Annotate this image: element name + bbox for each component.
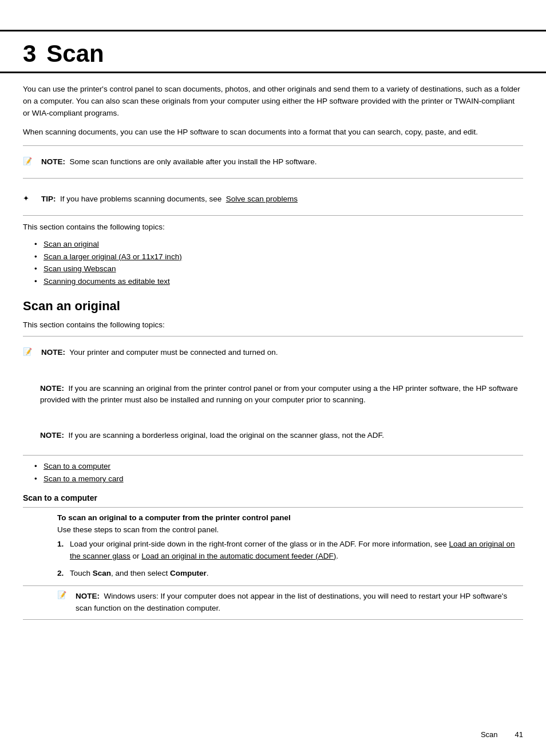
note-connection-box: 📝 NOTE: Your printer and computer must b… (23, 336, 523, 369)
chapter-heading: 3 Scan (0, 31, 546, 72)
top-border (0, 30, 546, 31)
note-icon-windows: 📝 (57, 591, 73, 599)
intro-paragraph-2: When scanning documents, you can use the… (23, 126, 523, 138)
section-topics-intro: This section contains the following topi… (23, 221, 523, 233)
note-software-box: NOTE: If you are scanning an original fr… (23, 373, 523, 417)
chapter-title: Scan (46, 42, 104, 66)
tip-box-1: ✦ TIP: If you have problems scanning doc… (23, 183, 523, 216)
topic-link-3[interactable]: Scan using Webscan (43, 264, 116, 273)
list-item: Scan using Webscan (34, 263, 523, 275)
chapter-divider (0, 72, 546, 73)
subtopic-link-2[interactable]: Scan to a memory card (43, 474, 124, 483)
topic-link-4[interactable]: Scanning documents as editable text (43, 277, 170, 286)
list-item: Scan to a computer (34, 460, 523, 473)
page: 3 Scan You can use the printer's control… (0, 0, 546, 756)
list-item: Scan an original (34, 238, 523, 251)
scan-to-computer-section: Scan to a computer To scan an original t… (23, 493, 523, 620)
scan-from-panel-heading: To scan an original to a computer from t… (57, 513, 523, 522)
step-2: 2. Touch Scan, and then select Computer. (57, 568, 523, 580)
page-footer: Scan 41 (0, 730, 546, 739)
note-icon-connection: 📝 (23, 347, 39, 356)
footer-section-label: Scan (481, 730, 498, 739)
note-software-text: NOTE: If you are scanning an original fr… (40, 383, 523, 406)
tip-text-1: TIP: If you have problems scanning docum… (41, 193, 298, 205)
step-2-text: Touch Scan, and then select Computer. (70, 568, 208, 580)
solve-scan-problems-link[interactable]: Solve scan problems (226, 195, 298, 203)
note-windows-text: NOTE: Windows users: If your computer do… (76, 591, 523, 615)
chapter-number: 3 (23, 42, 36, 66)
subtopic-link-1[interactable]: Scan to a computer (43, 462, 110, 470)
scan-original-intro: This section contains the following topi… (23, 319, 523, 331)
note-borderless-text: NOTE: If you are scanning a borderless o… (40, 430, 384, 441)
step-1: 1. Load your original print-side down in… (57, 539, 523, 563)
note-box-1: 📝 NOTE: Some scan functions are only ava… (23, 145, 523, 179)
footer-right: Scan 41 (481, 730, 523, 739)
step-1-number: 1. (57, 539, 65, 563)
scan-to-computer-divider (23, 507, 523, 508)
step-2-number: 2. (57, 568, 65, 580)
intro-paragraph-1: You can use the printer's control panel … (23, 84, 523, 120)
scan-steps-intro: Use these steps to scan from the control… (57, 525, 523, 534)
notes-divider (23, 455, 523, 456)
adf-link[interactable]: Load an original in the automatic docume… (141, 552, 336, 560)
topic-link-2[interactable]: Scan a larger original (A3 or 11x17 inch… (43, 252, 182, 261)
note-connection-text: NOTE: Your printer and computer must be … (41, 347, 278, 358)
note-windows-inner: 📝 NOTE: Windows users: If your computer … (57, 591, 523, 615)
list-item: Scan a larger original (A3 or 11x17 inch… (34, 251, 523, 263)
note-windows-box: 📝 NOTE: Windows users: If your computer … (23, 585, 523, 620)
topic-link-1[interactable]: Scan an original (43, 240, 99, 248)
step-1-text: Load your original print-side down in th… (70, 539, 523, 563)
note-icon-1: 📝 (23, 157, 39, 165)
note-borderless-box: NOTE: If you are scanning a borderless o… (23, 419, 523, 452)
list-item: Scanning documents as editable text (34, 275, 523, 288)
note-text-1: NOTE: Some scan functions are only avail… (41, 156, 317, 168)
subtopics-list: Scan to a computer Scan to a memory card (34, 460, 523, 485)
scan-to-computer-heading: Scan to a computer (23, 493, 523, 502)
steps-list: 1. Load your original print-side down in… (57, 539, 523, 580)
tip-icon-1: ✦ (23, 194, 39, 203)
footer-page-number: 41 (515, 730, 523, 739)
list-item: Scan to a memory card (34, 473, 523, 485)
main-content: You can use the printer's control panel … (0, 84, 546, 620)
topics-list: Scan an original Scan a larger original … (34, 238, 523, 287)
scan-original-heading: Scan an original (23, 299, 523, 314)
